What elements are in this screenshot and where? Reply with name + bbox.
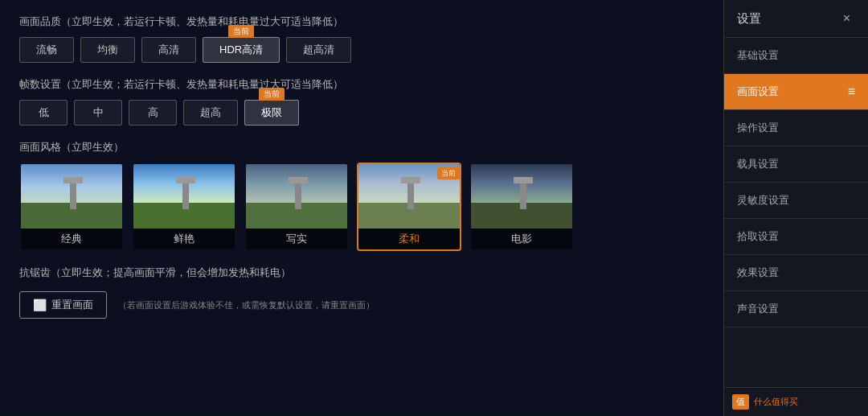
quality-current-badge: 当前 — [228, 25, 254, 38]
quality-hd[interactable]: 高清 — [141, 37, 196, 63]
sidebar-item-vehicle[interactable]: 载具设置 — [724, 146, 868, 183]
style-classic[interactable]: 经典 — [19, 163, 124, 251]
style-presets-row: 经典 鲜艳 写实 — [19, 163, 704, 251]
watermark-text: 什么值得买 — [754, 396, 798, 408]
style-vivid-label: 鲜艳 — [133, 229, 235, 249]
quality-ultra[interactable]: 超高清 — [286, 37, 351, 63]
fps-btn-row: 低 中 高 超高 当前 极限 — [19, 100, 704, 126]
style-soft-img: 当前 — [358, 164, 461, 229]
sidebar-item-sensitivity[interactable]: 灵敏度设置 — [724, 183, 868, 219]
quality-smooth[interactable]: 流畅 — [19, 37, 74, 63]
style-cinematic-label: 电影 — [471, 229, 572, 249]
style-classic-label: 经典 — [21, 229, 122, 249]
sidebar-item-effect[interactable]: 效果设置 — [724, 255, 868, 291]
fps-section: 帧数设置（立即生效；若运行卡顿、发热量和耗电量过大可适当降低） 低 中 高 超高… — [19, 77, 704, 126]
quality-section: 画面品质（立即生效，若运行卡顿、发热量和耗电量过大可适当降低） 流畅 均衡 高清… — [19, 14, 704, 63]
style-vivid-img — [133, 164, 236, 229]
reset-note: （若画面设置后游戏体验不佳，或需恢复默认设置，请重置画面） — [118, 299, 375, 311]
sidebar-item-display[interactable]: 画面设置 ≡ — [724, 74, 868, 110]
quality-hdr[interactable]: 当前 HDR高清 — [203, 37, 280, 63]
style-realistic-img — [246, 164, 349, 229]
watermark-area: 值 什么值得买 — [724, 387, 868, 416]
sidebar-item-display-indicator: ≡ — [848, 84, 855, 99]
watermark-icon: 值 — [732, 394, 749, 410]
sidebar-item-basic[interactable]: 基础设置 — [724, 38, 868, 74]
sidebar-item-operation[interactable]: 操作设置 — [724, 110, 868, 146]
style-soft-badge: 当前 — [437, 167, 460, 179]
style-classic-img — [21, 164, 124, 229]
quality-btn-row: 流畅 均衡 高清 当前 HDR高清 超高清 — [19, 37, 704, 63]
antialias-section: 抗锯齿（立即生效；提高画面平滑，但会增加发热和耗电） — [19, 266, 704, 280]
fps-low[interactable]: 低 — [19, 100, 68, 126]
reset-icon: ⬜ — [33, 299, 47, 311]
fps-extreme[interactable]: 当前 极限 — [244, 100, 299, 126]
fps-high[interactable]: 高 — [129, 100, 177, 126]
style-soft[interactable]: 当前 柔和 — [357, 163, 461, 251]
sidebar-header: 设置 × — [724, 0, 868, 38]
style-title: 画面风格（立即生效） — [19, 140, 704, 154]
sidebar: 设置 × 基础设置 画面设置 ≡ 操作设置 载具设置 灵敏度设置 拾取设置 效果… — [723, 0, 868, 416]
style-realistic-label: 写实 — [246, 229, 347, 249]
style-soft-label: 柔和 — [358, 229, 460, 249]
fps-mid[interactable]: 中 — [74, 100, 122, 126]
style-cinematic[interactable]: 电影 — [469, 163, 574, 251]
main-panel: 画面品质（立即生效，若运行卡顿、发热量和耗电量过大可适当降低） 流畅 均衡 高清… — [0, 0, 723, 416]
style-realistic[interactable]: 写实 — [244, 163, 349, 251]
reset-button-label: 重置画面 — [51, 298, 93, 312]
sidebar-item-pickup[interactable]: 拾取设置 — [724, 219, 868, 255]
reset-button[interactable]: ⬜ 重置画面 — [19, 291, 107, 319]
reset-row: ⬜ 重置画面 （若画面设置后游戏体验不佳，或需恢复默认设置，请重置画面） — [19, 291, 704, 319]
style-vivid[interactable]: 鲜艳 — [132, 163, 236, 251]
close-button[interactable]: × — [838, 10, 855, 27]
antialias-title: 抗锯齿（立即生效；提高画面平滑，但会增加发热和耗电） — [19, 266, 291, 278]
style-cinematic-img — [471, 164, 574, 229]
style-section: 画面风格（立即生效） 经典 鲜艳 — [19, 140, 704, 251]
sidebar-item-sound[interactable]: 声音设置 — [724, 291, 868, 327]
fps-title: 帧数设置（立即生效；若运行卡顿、发热量和耗电量过大可适当降低） — [19, 77, 704, 92]
quality-balanced[interactable]: 均衡 — [80, 37, 135, 63]
sidebar-title: 设置 — [737, 11, 761, 27]
quality-title: 画面品质（立即生效，若运行卡顿、发热量和耗电量过大可适当降低） — [19, 14, 704, 29]
fps-ultrahigh[interactable]: 超高 — [183, 100, 238, 126]
fps-current-badge: 当前 — [259, 88, 285, 101]
